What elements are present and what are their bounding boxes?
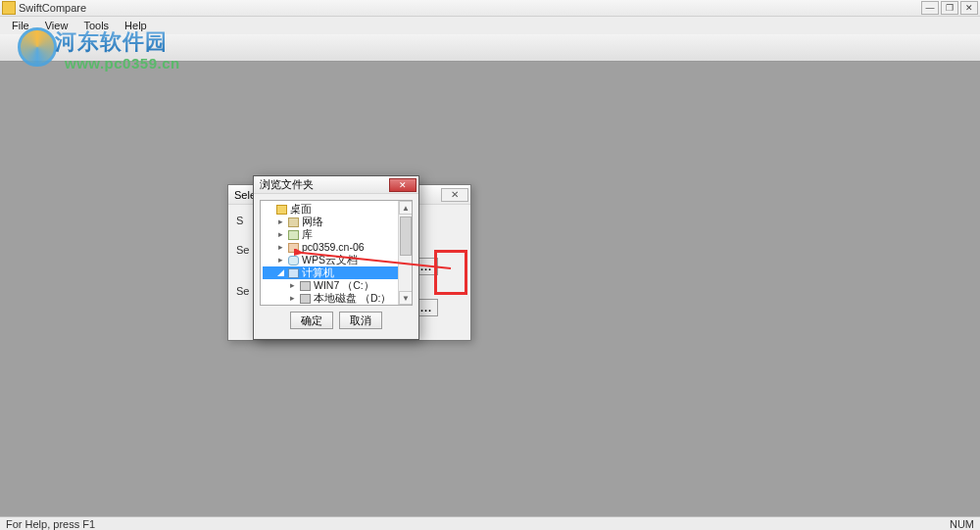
tree-scrollbar[interactable]: ▲ ▼ xyxy=(398,201,412,305)
computer-icon xyxy=(288,268,299,278)
tree-item-drive-c[interactable]: ▸ WIN7 （C:） xyxy=(263,279,410,292)
tree-item-libraries[interactable]: ▸ 库 xyxy=(263,228,410,241)
expand-icon[interactable]: ▸ xyxy=(276,230,285,239)
restore-button[interactable]: ❐ xyxy=(941,1,958,15)
tree-label: pc0359.cn-06 xyxy=(302,241,365,254)
statusbar: For Help, press F1 NUM xyxy=(0,516,980,530)
tree-item-network[interactable]: ▸ 网络 xyxy=(263,216,410,228)
scroll-down-button[interactable]: ▼ xyxy=(399,291,413,305)
status-num: NUM xyxy=(950,518,974,530)
tree-item-desktop[interactable]: 桌面 xyxy=(263,203,410,216)
user-icon xyxy=(288,243,299,253)
browse-dialog-titlebar[interactable]: 浏览文件夹 ✕ xyxy=(254,176,418,194)
tree-item-wps-cloud-2[interactable]: ▸ WPS云文档 xyxy=(263,305,410,306)
menu-file[interactable]: File xyxy=(4,17,37,34)
titlebar: SwiftCompare — ❐ ✕ xyxy=(0,0,980,17)
drive-icon xyxy=(300,281,311,291)
tree-label: 库 xyxy=(302,228,313,241)
scroll-thumb[interactable] xyxy=(400,217,412,256)
expand-icon[interactable]: ▸ xyxy=(276,217,285,226)
tree-label: 网络 xyxy=(302,216,323,228)
select-dialog-close-button[interactable]: ✕ xyxy=(441,188,468,202)
menubar: File View Tools Help xyxy=(0,17,980,34)
collapse-icon[interactable]: ◢ xyxy=(276,268,285,277)
expand-icon[interactable]: ▸ xyxy=(288,281,297,290)
tree-label: WPS云文档 xyxy=(302,254,358,266)
network-icon xyxy=(288,217,299,227)
toolbar xyxy=(0,34,980,62)
browse-folder-dialog: 浏览文件夹 ✕ 桌面 ▸ 网络 ▸ 库 ▸ pc0359.cn-06 xyxy=(253,175,419,340)
expand-icon[interactable]: ▸ xyxy=(276,256,285,265)
expand-icon[interactable] xyxy=(265,205,273,214)
menu-help[interactable]: Help xyxy=(117,17,155,34)
status-hint: For Help, press F1 xyxy=(6,518,95,530)
tree-label: 计算机 xyxy=(302,266,334,279)
close-button[interactable]: ✕ xyxy=(960,1,978,15)
tree-label: WIN7 （C:） xyxy=(314,279,374,292)
libraries-icon xyxy=(288,230,299,240)
expand-icon[interactable]: ▸ xyxy=(276,243,285,252)
browse-dialog-close-button[interactable]: ✕ xyxy=(389,178,416,192)
tree-item-user[interactable]: ▸ pc0359.cn-06 xyxy=(263,241,410,254)
minimize-button[interactable]: — xyxy=(921,1,939,15)
scroll-up-button[interactable]: ▲ xyxy=(399,201,413,215)
tree-label: 桌面 xyxy=(290,203,312,216)
client-area xyxy=(0,62,980,517)
tree-item-wps-cloud[interactable]: ▸ WPS云文档 xyxy=(263,254,410,266)
drive-icon xyxy=(300,294,311,304)
cloud-icon xyxy=(288,256,299,265)
menu-tools[interactable]: Tools xyxy=(75,17,117,34)
folder-tree[interactable]: 桌面 ▸ 网络 ▸ 库 ▸ pc0359.cn-06 ▸ WPS云文档 xyxy=(260,200,413,306)
expand-icon[interactable]: ▸ xyxy=(288,294,297,303)
app-icon xyxy=(2,1,16,15)
tree-label: WPS云文档 xyxy=(314,305,369,306)
menu-view[interactable]: View xyxy=(37,17,76,34)
desktop-icon xyxy=(276,205,287,215)
app-title: SwiftCompare xyxy=(19,0,86,16)
browse-dialog-title: 浏览文件夹 xyxy=(260,177,314,192)
tree-label: 本地磁盘 （D:） xyxy=(314,292,391,305)
tree-item-drive-d[interactable]: ▸ 本地磁盘 （D:） xyxy=(263,292,410,305)
tree-item-computer[interactable]: ◢ 计算机 xyxy=(263,266,410,279)
cancel-button[interactable]: 取消 xyxy=(339,312,382,329)
ok-button[interactable]: 确定 xyxy=(290,312,333,329)
